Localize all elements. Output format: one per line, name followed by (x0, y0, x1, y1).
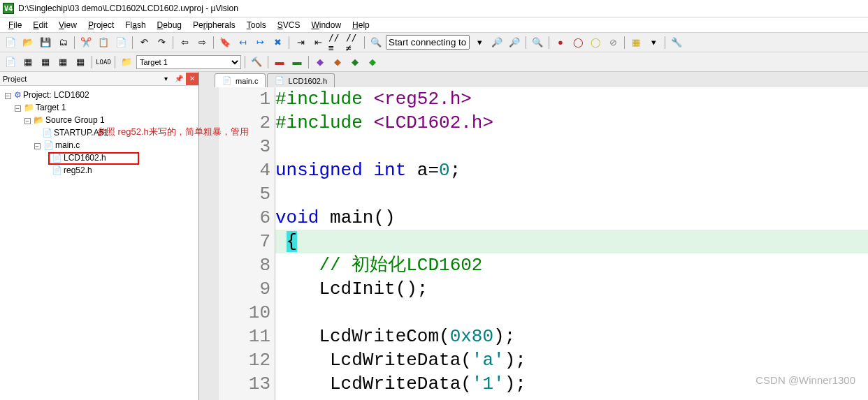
menu-file[interactable]: File (3, 17, 27, 32)
nav-back-button[interactable]: ⇦ (177, 35, 192, 50)
tree-group[interactable]: − 📂 Source Group 1 (3, 114, 198, 126)
file-icon: 📄 (42, 128, 52, 138)
menu-edit[interactable]: Edit (27, 17, 53, 32)
code-editor[interactable]: 12345678910111213 #include <reg52.h>#inc… (199, 87, 868, 400)
stop-build-button[interactable]: ▦ (73, 54, 88, 70)
tree-target[interactable]: − 📁 Target 1 (3, 101, 198, 114)
nav-fwd-button[interactable]: ⇨ (194, 35, 210, 50)
tree-file-mainc[interactable]: − 📄 main.c (3, 139, 198, 151)
code-content[interactable]: #include <reg52.h>#include <LCD1602.h>un… (275, 87, 868, 400)
panel-close-button[interactable]: ✕ (186, 73, 198, 85)
download-button[interactable]: LOAD (96, 54, 111, 70)
target-options-button[interactable]: 📁 (119, 54, 134, 70)
menu-flash[interactable]: Flash (120, 17, 151, 32)
tree-label: reg52.h (64, 165, 92, 175)
tree-file-lcd1602h[interactable]: 📄 LCD1602.h (3, 151, 198, 164)
new-file-button[interactable]: 📄 (3, 35, 18, 50)
bookmark-button[interactable]: 🔖 (217, 35, 233, 50)
project-icon: ⚙ (14, 90, 22, 100)
bookmark-prev-button[interactable]: ↤ (235, 35, 250, 50)
expand-icon[interactable]: − (15, 105, 21, 112)
tree-label: Project: LCD1602 (23, 90, 89, 100)
comment-button[interactable]: //≡ (328, 35, 343, 50)
open-file-button[interactable]: 📂 (20, 35, 36, 50)
cut-button[interactable]: ✂️ (78, 35, 94, 50)
find-prev-button[interactable]: 🔎 (507, 35, 522, 50)
toolbar-standard: 📄 📂 💾 🗂 ✂️ 📋 📄 ↶ ↷ ⇦ ⇨ 🔖 ↤ ↦ ✖ ⇥ ⇤ //≡ /… (0, 33, 868, 52)
translate-button[interactable]: 📄 (3, 54, 18, 70)
books-button[interactable]: ◆ (312, 54, 328, 70)
menu-svcs[interactable]: SVCS (272, 17, 306, 32)
menu-help[interactable]: Help (347, 17, 375, 32)
layout-dropdown[interactable]: ▾ (646, 35, 661, 50)
file-ext-button[interactable]: ▬ (272, 54, 287, 70)
find-dropdown[interactable]: ▾ (472, 35, 487, 50)
expand-icon[interactable]: − (5, 93, 11, 99)
debug-button[interactable]: 🔍 (530, 35, 545, 50)
file-icon: 📄 (52, 153, 62, 163)
editor-tabbar: 📄 main.c 📄 LCD1602.h (199, 72, 868, 87)
editor-area: 📄 main.c 📄 LCD1602.h 12345678910111213 #… (199, 72, 868, 400)
tree-project-root[interactable]: − ⚙ Project: LCD1602 (3, 89, 198, 101)
func-button[interactable]: ◆ (330, 54, 345, 70)
tab-label: main.c (236, 77, 258, 85)
bookmark-clear-button[interactable]: ✖ (270, 35, 285, 50)
find-next-button[interactable]: 🔎 (489, 35, 505, 50)
menubar: File Edit View Project Flash Debug Perip… (0, 17, 868, 33)
menu-debug[interactable]: Debug (152, 17, 187, 32)
save-all-button[interactable]: 🗂 (55, 35, 71, 50)
menu-window[interactable]: Window (305, 17, 347, 32)
expand-icon[interactable]: − (34, 143, 41, 149)
menu-tools[interactable]: Tools (241, 17, 272, 32)
redo-button[interactable]: ↷ (154, 35, 169, 50)
file-icon: 📄 (52, 165, 62, 175)
copy-button[interactable]: 📋 (96, 35, 111, 50)
file-icon: 📄 (222, 76, 232, 85)
indent-button[interactable]: ⇥ (293, 35, 308, 50)
titlebar: V4 D:\Singlechip\03 demo\LCD1602\LCD1602… (0, 0, 868, 17)
sim-button[interactable]: ◆ (365, 54, 380, 70)
configure-button[interactable]: 🔧 (669, 35, 684, 50)
menu-peripherals[interactable]: Peripherals (187, 17, 241, 32)
undo-button[interactable]: ↶ (136, 35, 152, 50)
panel-pin-button[interactable]: ▾ (159, 73, 172, 85)
batch-build-button[interactable]: ▦ (55, 54, 71, 70)
breakpoint-kill[interactable]: ⊘ (605, 35, 621, 50)
paste-button[interactable]: 📄 (113, 35, 129, 50)
options-button[interactable]: 🔨 (249, 54, 264, 70)
project-panel: Project ▾ 📌 ✕ − ⚙ Project: LCD1602 − 📁 T… (0, 72, 199, 400)
annotation-text: 参照 reg52.h来写的，简单粗暴，管用 (97, 126, 249, 138)
breakpoint-disable[interactable]: ◯ (588, 35, 603, 50)
menu-view[interactable]: View (53, 17, 82, 32)
tab-main-c[interactable]: 📄 main.c (215, 73, 266, 87)
panel-dock-button[interactable]: 📌 (173, 73, 185, 85)
watermark: CSDN @Winner1300 (755, 374, 855, 386)
target-select[interactable]: Target 1 (136, 55, 241, 69)
tree-file-reg52h[interactable]: 📄 reg52.h (3, 164, 198, 177)
toolbar-build: 📄 ▦ ▦ ▦ ▦ LOAD 📁 Target 1 🔨 ▬ ▬ ◆ ◆ ◆ ◆ (0, 52, 868, 72)
tree-label: LCD1602.h (64, 153, 106, 163)
tree-label: Source Group 1 (45, 115, 105, 125)
file-icon: 📄 (43, 140, 54, 150)
save-button[interactable]: 💾 (38, 35, 53, 50)
file-icon: 📄 (275, 76, 284, 85)
rebuild-button[interactable]: ▦ (38, 54, 53, 70)
tab-lcd1602-h[interactable]: 📄 LCD1602.h (267, 73, 335, 87)
window-layout-button[interactable]: ▦ (628, 35, 644, 50)
breakpoint-insert[interactable]: ● (553, 35, 568, 50)
expand-icon[interactable]: − (24, 118, 31, 124)
bookmark-next-button[interactable]: ↦ (252, 35, 268, 50)
templ-button[interactable]: ◆ (347, 54, 363, 70)
uncomment-button[interactable]: //≠ (345, 35, 361, 50)
manage-env-button[interactable]: ▬ (289, 54, 305, 70)
project-panel-title: Project (3, 75, 27, 83)
tree-label: main.c (55, 140, 80, 150)
build-button[interactable]: ▦ (20, 54, 36, 70)
menu-project[interactable]: Project (82, 17, 120, 32)
breakpoint-enable[interactable]: ◯ (570, 35, 586, 50)
find-in-files-button[interactable]: 🔍 (368, 35, 384, 50)
find-input[interactable] (386, 35, 470, 50)
outdent-button[interactable]: ⇤ (310, 35, 326, 50)
tab-label: LCD1602.h (288, 77, 327, 85)
target-folder-icon: 📁 (24, 103, 34, 112)
